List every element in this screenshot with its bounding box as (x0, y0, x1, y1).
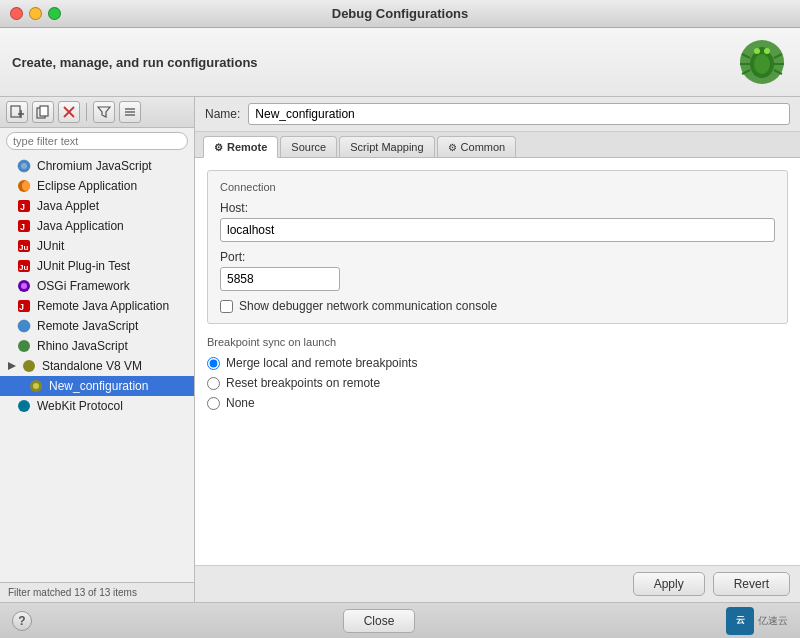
bottom-bar: Apply Revert (195, 565, 800, 602)
breakpoint-title: Breakpoint sync on launch (207, 336, 788, 348)
brand-label: 亿速云 (758, 614, 788, 628)
window-controls (10, 7, 61, 20)
tabs-bar: ⚙ Remote Source Script Mapping ⚙ Common (195, 132, 800, 158)
bug-icon (736, 36, 788, 88)
close-window-button[interactable] (10, 7, 23, 20)
revert-button[interactable]: Revert (713, 572, 790, 596)
minimize-window-button[interactable] (29, 7, 42, 20)
none-radio[interactable] (207, 397, 220, 410)
sidebar-toolbar (0, 97, 194, 128)
help-button[interactable]: ? (12, 611, 32, 631)
tree-item-remote-java[interactable]: J Remote Java Application (0, 296, 194, 316)
tree-label-rhino: Rhino JavaScript (37, 339, 128, 353)
tree-label-junit: JUnit (37, 239, 64, 253)
tree-label-remote-java: Remote Java Application (37, 299, 169, 313)
svg-text:Ju: Ju (19, 263, 28, 272)
tree-label-osgi: OSGi Framework (37, 279, 130, 293)
sidebar-footer: Filter matched 13 of 13 items (0, 582, 194, 602)
tree-item-eclipse[interactable]: Eclipse Application (0, 176, 194, 196)
svg-text:J: J (20, 202, 25, 212)
radio-none[interactable]: None (207, 396, 788, 410)
tree-item-junit[interactable]: Ju JUnit (0, 236, 194, 256)
tree-label-junit-plugin: JUnit Plug-in Test (37, 259, 130, 273)
tree-item-remote-js[interactable]: Remote JavaScript (0, 316, 194, 336)
tree-label-v8: Standalone V8 VM (42, 359, 142, 373)
window-bottom-bar: ? Close 云 亿速云 (0, 602, 800, 638)
body-split: Chromium JavaScript Eclipse Application … (0, 97, 800, 602)
reset-radio[interactable] (207, 377, 220, 390)
svg-point-10 (764, 48, 770, 54)
port-input[interactable] (220, 267, 340, 291)
tab-source-label: Source (291, 141, 326, 153)
tree-item-webkit[interactable]: WebKit Protocol (0, 396, 194, 416)
tree: Chromium JavaScript Eclipse Application … (0, 154, 194, 582)
header: Create, manage, and run configurations (0, 28, 800, 97)
host-label: Host: (220, 201, 775, 215)
svg-marker-41 (8, 362, 16, 370)
collapse-button[interactable] (119, 101, 141, 123)
svg-rect-12 (11, 106, 20, 117)
tree-item-new-config[interactable]: New_configuration (0, 376, 194, 396)
filter-box[interactable] (6, 132, 188, 150)
svg-point-39 (18, 320, 30, 332)
tree-item-junit-plugin[interactable]: Ju JUnit Plug-in Test (0, 256, 194, 276)
tab-common[interactable]: ⚙ Common (437, 136, 517, 157)
port-label: Port: (220, 250, 775, 264)
connection-title: Connection (220, 181, 775, 193)
title-bar: Debug Configurations (0, 0, 800, 28)
tree-item-rhino[interactable]: Rhino JavaScript (0, 336, 194, 356)
tab-source[interactable]: Source (280, 136, 337, 157)
tree-item-java-applet[interactable]: J Java Applet (0, 196, 194, 216)
svg-point-44 (33, 383, 39, 389)
filter-button[interactable] (93, 101, 115, 123)
radio-merge[interactable]: Merge local and remote breakpoints (207, 356, 788, 370)
maximize-window-button[interactable] (48, 7, 61, 20)
name-input[interactable] (248, 103, 790, 125)
svg-point-45 (18, 400, 30, 412)
tree-item-v8-group[interactable]: Standalone V8 VM (0, 356, 194, 376)
tree-label-new-config: New_configuration (49, 379, 148, 393)
close-button[interactable]: Close (343, 609, 416, 633)
tree-label-remote-js: Remote JavaScript (37, 319, 138, 333)
reset-label: Reset breakpoints on remote (226, 376, 380, 390)
duplicate-config-button[interactable] (32, 101, 54, 123)
right-panel: Name: ⚙ Remote Source Script Mapping ⚙ C… (195, 97, 800, 602)
debugger-checkbox-row[interactable]: Show debugger network communication cons… (220, 299, 775, 313)
remote-tab-icon: ⚙ (214, 142, 223, 153)
svg-text:J: J (20, 222, 25, 232)
apply-button[interactable]: Apply (633, 572, 705, 596)
svg-point-40 (18, 340, 30, 352)
svg-point-26 (22, 181, 30, 191)
main-container: Create, manage, and run configurations (0, 28, 800, 638)
tree-item-java-app[interactable]: J Java Application (0, 216, 194, 236)
filter-input[interactable] (6, 132, 188, 150)
none-label: None (226, 396, 255, 410)
tab-remote[interactable]: ⚙ Remote (203, 136, 278, 158)
new-config-button[interactable] (6, 101, 28, 123)
tree-label-java-app: Java Application (37, 219, 124, 233)
svg-point-11 (754, 54, 770, 74)
svg-point-42 (23, 360, 35, 372)
svg-marker-19 (98, 107, 110, 117)
svg-text:Ju: Ju (19, 243, 28, 252)
merge-radio[interactable] (207, 357, 220, 370)
name-row: Name: (195, 97, 800, 132)
svg-rect-16 (40, 106, 48, 116)
sidebar: Chromium JavaScript Eclipse Application … (0, 97, 195, 602)
tab-remote-label: Remote (227, 141, 267, 153)
tree-label-chromium: Chromium JavaScript (37, 159, 152, 173)
connection-box: Connection Host: Port: Show debugger net… (207, 170, 788, 324)
debugger-checkbox-label: Show debugger network communication cons… (239, 299, 497, 313)
header-subtitle: Create, manage, and run configurations (12, 55, 258, 70)
tab-script-mapping[interactable]: Script Mapping (339, 136, 434, 157)
tree-item-osgi[interactable]: OSGi Framework (0, 276, 194, 296)
debugger-checkbox[interactable] (220, 300, 233, 313)
tree-label-eclipse: Eclipse Application (37, 179, 137, 193)
delete-config-button[interactable] (58, 101, 80, 123)
tree-label-java-applet: Java Applet (37, 199, 99, 213)
radio-reset[interactable]: Reset breakpoints on remote (207, 376, 788, 390)
tree-item-chromium[interactable]: Chromium JavaScript (0, 156, 194, 176)
host-input[interactable] (220, 218, 775, 242)
name-label: Name: (205, 107, 240, 121)
breakpoint-section: Breakpoint sync on launch Merge local an… (207, 336, 788, 410)
